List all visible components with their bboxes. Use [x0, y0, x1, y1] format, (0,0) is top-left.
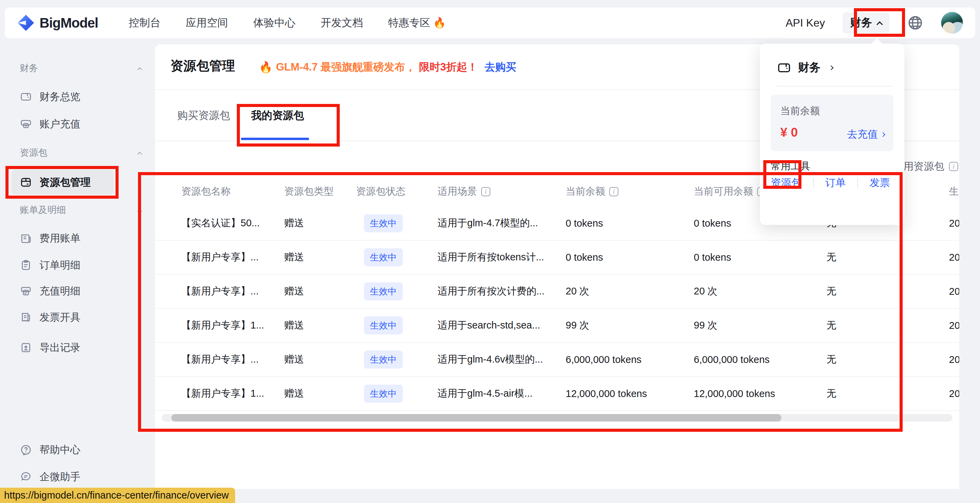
invoice-icon — [20, 311, 32, 323]
dropdown-link-resource-pack[interactable]: 资源包 — [771, 176, 802, 190]
sidebar-item-label: 账户充值 — [40, 117, 80, 131]
status-badge: 生效中 — [364, 214, 403, 232]
sidebar-item-help-center[interactable]: 帮助中心 — [11, 437, 114, 463]
pack-available: 0 tokens — [694, 218, 731, 229]
pack-available: 0 tokens — [694, 252, 731, 263]
info-icon[interactable]: i — [949, 162, 958, 171]
pack-start-time-clipped: 20 — [949, 354, 959, 365]
bigmodel-logo[interactable]: BigModel — [17, 14, 98, 32]
banner-buy-link[interactable]: 去购买 — [485, 60, 516, 74]
pack-balance: 6,000,000 tokens — [566, 354, 642, 365]
status-bar-url: https://bigmodel.cn/finance-center/finan… — [0, 488, 235, 503]
sidebar-item-wecom-assistant[interactable]: 企微助手 — [11, 464, 114, 490]
column-header-balance: 当前余额i — [566, 181, 619, 202]
balance-value: ¥ 0 — [780, 126, 798, 140]
horizontal-scrollbar-track[interactable] — [162, 414, 952, 422]
finance-menu-button[interactable]: 财务 — [843, 12, 889, 33]
pack-scene: 适用于所有按tokens计... — [438, 250, 544, 264]
chevron-up-icon — [137, 152, 142, 156]
sidebar-item-label: 企微助手 — [40, 470, 80, 484]
tab-buy-resource-pack[interactable]: 购买资源包 — [177, 108, 230, 123]
pack-scene: 适用于glm-4.6v模型的... — [438, 353, 543, 366]
table-row[interactable]: 【新用户专享】1... 赠送 生效中 适用于search-std,sea... … — [155, 309, 959, 343]
sidebar-item-label: 财务总览 — [40, 90, 80, 104]
table-row[interactable]: 【新用户专享】... 赠送 生效中 适用于所有按tokens计... 0 tok… — [155, 240, 959, 275]
page-title: 资源包管理 — [170, 57, 235, 75]
show-available-toggle-label-partial[interactable]: 用资源包 i — [903, 159, 958, 174]
info-icon[interactable]: i — [609, 187, 619, 196]
info-icon[interactable]: i — [481, 187, 490, 196]
recharge-link[interactable]: 去充值 — [847, 127, 885, 142]
sidebar-item-finance-overview[interactable]: 财务总览 — [11, 84, 114, 110]
sidebar: 财务 财务总览 账户充值 资源包 资源包管理 账单及明细 — [0, 38, 155, 503]
sidebar-item-label: 订单明细 — [40, 258, 80, 272]
pack-start-time-clipped: 20 — [949, 320, 959, 331]
sidebar-item-account-recharge[interactable]: 账户充值 — [11, 111, 114, 137]
pack-type: 赠送 — [284, 353, 304, 366]
pack-freeze: 无 — [804, 318, 859, 332]
column-header-name: 资源包名称 — [181, 181, 231, 202]
dropdown-link-invoice[interactable]: 发票 — [870, 176, 890, 190]
sidebar-item-order-details[interactable]: 订单明细 — [11, 252, 114, 278]
tab-my-resource-pack[interactable]: 我的资源包 — [251, 108, 304, 123]
column-header-start-time-partial: 生 — [949, 181, 959, 202]
nav-docs[interactable]: 开发文档 — [321, 16, 363, 30]
pack-scene: 适用于glm-4.7模型的... — [438, 216, 538, 230]
pack-type: 赠送 — [284, 387, 304, 400]
card-plus-icon — [20, 118, 32, 130]
fire-icon: 🔥 — [433, 17, 446, 28]
chevron-up-icon — [137, 67, 142, 72]
dropdown-link-orders[interactable]: 订单 — [825, 176, 846, 190]
table-row[interactable]: 【新用户专享】1... 赠送 生效中 适用于glm-4.5-air模... 12… — [155, 377, 959, 411]
pack-scene: 适用于所有按次计费的... — [438, 285, 544, 298]
top-nav: 控制台 应用空间 体验中心 开发文档 特惠专区🔥 — [129, 16, 446, 30]
sidebar-item-recharge-details[interactable]: 充值明细 — [11, 278, 114, 304]
finance-dropdown-panel: 财务 当前余额 ¥ 0 去充值 常用工具 资源包 订单 发票 — [760, 44, 904, 225]
pack-start-time-clipped: 20 — [949, 388, 959, 400]
pack-type: 赠送 — [284, 285, 304, 298]
sidebar-item-expense-bill[interactable]: 费用账单 — [11, 225, 114, 251]
nav-console[interactable]: 控制台 — [129, 16, 161, 30]
pack-available: 12,000,000 tokens — [694, 388, 775, 400]
status-badge: 生效中 — [364, 351, 403, 369]
pack-freeze: 无 — [804, 353, 859, 366]
pack-balance: 12,000,000 tokens — [566, 388, 647, 400]
table-row[interactable]: 【新用户专享】... 赠送 生效中 适用于所有按次计费的... 20 次 20 … — [155, 275, 959, 309]
status-badge: 生效中 — [364, 385, 403, 403]
sidebar-section-bills-details[interactable]: 账单及明细 — [20, 202, 142, 218]
sidebar-item-label: 费用账单 — [40, 231, 80, 245]
pack-name: 【新用户专享】... — [181, 353, 259, 366]
pack-name: 【新用户专享】1... — [181, 318, 264, 332]
resource-pack-table: 【实名认证】50... 赠送 生效中 适用于glm-4.7模型的... 0 to… — [155, 207, 959, 411]
user-avatar[interactable] — [941, 12, 963, 34]
nav-promo-zone[interactable]: 特惠专区🔥 — [388, 16, 446, 30]
sidebar-item-label: 帮助中心 — [40, 443, 80, 457]
sidebar-item-export-records[interactable]: 导出记录 — [11, 335, 114, 361]
pack-name: 【新用户专享】... — [181, 285, 259, 298]
wallet-icon — [20, 91, 32, 103]
nav-experience-center[interactable]: 体验中心 — [253, 16, 296, 30]
pack-balance: 99 次 — [566, 318, 589, 332]
pack-start-time-clipped: 20 — [949, 218, 959, 229]
sidebar-section-finance[interactable]: 财务 — [20, 60, 142, 76]
active-tab-underline — [241, 138, 309, 140]
globe-icon[interactable] — [907, 15, 923, 31]
top-header-bar: BigModel 控制台 应用空间 体验中心 开发文档 特惠专区🔥 API Ke… — [5, 8, 975, 38]
table-row[interactable]: 【新用户专享】... 赠送 生效中 适用于glm-4.6v模型的... 6,00… — [155, 343, 959, 377]
horizontal-scrollbar-thumb[interactable] — [172, 414, 781, 422]
dropdown-finance-header[interactable]: 财务 — [777, 60, 833, 75]
nav-app-space[interactable]: 应用空间 — [186, 16, 228, 30]
chevron-right-icon — [829, 65, 834, 70]
sidebar-item-label: 充值明细 — [40, 284, 80, 298]
banner-text-orange: GLM-4.7 最强旗舰重磅发布， — [276, 60, 416, 74]
api-key-link[interactable]: API Key — [786, 17, 825, 29]
pack-available: 99 次 — [694, 318, 717, 332]
sidebar-item-resource-pack-management[interactable]: 资源包管理 — [11, 170, 114, 194]
divider — [813, 178, 814, 188]
column-header-scene: 适用场景i — [438, 181, 490, 202]
pack-freeze: 无 — [804, 285, 859, 298]
sidebar-item-invoice[interactable]: 发票开具 — [11, 304, 114, 330]
sidebar-section-resource-pack[interactable]: 资源包 — [20, 145, 142, 161]
pack-start-time-clipped: 20 — [949, 286, 959, 297]
pack-name: 【新用户专享】... — [181, 250, 259, 264]
